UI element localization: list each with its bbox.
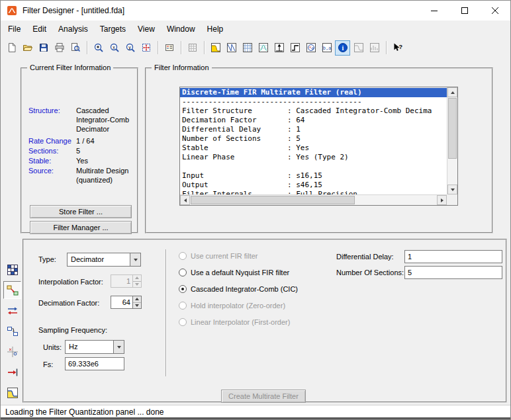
interpolation-factor-label: Interpolation Factor: bbox=[38, 278, 103, 286]
info-line: Stable : Yes bbox=[182, 144, 447, 153]
transform-filter-icon bbox=[6, 304, 19, 317]
chevron-down-icon bbox=[134, 259, 138, 261]
menu-edit[interactable]: Edit bbox=[26, 21, 52, 37]
menu-file[interactable]: File bbox=[2, 21, 26, 37]
scroll-down-button[interactable] bbox=[447, 185, 457, 194]
filter-information-content: Discrete-Time FIR Multirate Filter (real… bbox=[180, 87, 447, 194]
full-view-button[interactable] bbox=[138, 40, 154, 56]
set-quantization-parameters-button[interactable] bbox=[3, 261, 21, 278]
open-file-button[interactable] bbox=[20, 40, 35, 56]
pole-zero-plot-button[interactable] bbox=[303, 40, 318, 56]
magnitude-response-button[interactable] bbox=[208, 40, 223, 56]
scroll-left-button[interactable] bbox=[180, 195, 190, 205]
impulse-response-button[interactable] bbox=[271, 40, 287, 56]
create-multirate-filter-submit-button[interactable]: Create Multirate Filter bbox=[221, 390, 306, 403]
new-file-icon bbox=[7, 42, 17, 53]
decimation-factor-stepper[interactable]: 64 bbox=[111, 296, 142, 309]
save-button[interactable] bbox=[36, 40, 51, 56]
vertical-scroll-thumb[interactable] bbox=[448, 98, 457, 159]
differential-delay-input[interactable]: 1 bbox=[404, 250, 502, 263]
zoom-y-button[interactable]: y bbox=[122, 40, 138, 56]
menu-bar: File Edit Analysis Targets View Window H… bbox=[1, 21, 510, 38]
filter-information-button[interactable]: i bbox=[335, 40, 350, 56]
menu-view[interactable]: View bbox=[132, 21, 161, 37]
transform-filter-button[interactable] bbox=[3, 302, 21, 319]
units-dropdown-button[interactable] bbox=[113, 340, 124, 354]
zoom-x-button[interactable]: x bbox=[107, 40, 122, 56]
radio-use-current-fir[interactable]: Use current FIR filter bbox=[179, 251, 257, 261]
info-line: Number of Sections : 5 bbox=[182, 134, 447, 144]
menu-analysis[interactable]: Analysis bbox=[52, 21, 94, 37]
context-help-button[interactable]: ? bbox=[390, 40, 405, 56]
info-line: Output : s46,15 bbox=[182, 181, 447, 190]
realize-model-icon bbox=[6, 325, 19, 338]
vertical-scrollbar[interactable] bbox=[447, 87, 457, 194]
type-dropdown-button[interactable] bbox=[130, 253, 141, 267]
step-response-button[interactable] bbox=[287, 40, 302, 56]
decimation-factor-value[interactable]: 64 bbox=[111, 296, 132, 309]
interpolation-factor-value[interactable]: 1 bbox=[111, 274, 132, 288]
radio-default-nyquist-fir[interactable]: Use a default Nyquist FIR filter bbox=[179, 268, 289, 277]
maximize-button[interactable] bbox=[449, 1, 480, 21]
units-value[interactable]: Hz bbox=[65, 340, 113, 354]
filter-coefficients-button[interactable]: [b,a] bbox=[319, 40, 334, 56]
current-filter-info-title: Current Filter Information bbox=[27, 63, 113, 71]
horizontal-scrollbar[interactable] bbox=[180, 194, 447, 205]
status-bar: Loading the Filter Quantization panel ..… bbox=[1, 405, 510, 419]
phase-delay-button[interactable] bbox=[256, 40, 271, 56]
type-combobox[interactable]: Decimator bbox=[67, 253, 141, 267]
info-line-selected[interactable]: Discrete-Time FIR Multirate Filter (real… bbox=[180, 88, 447, 97]
print-preview-button[interactable] bbox=[68, 40, 83, 56]
design-filter-button[interactable] bbox=[3, 384, 21, 401]
phase-response-button[interactable] bbox=[224, 40, 239, 56]
toolbar-separator bbox=[181, 41, 181, 54]
radio-linear-interpolator[interactable]: Linear Interpolator (First-order) bbox=[179, 317, 290, 327]
type-value[interactable]: Decimator bbox=[67, 253, 130, 267]
close-icon bbox=[492, 7, 498, 14]
info-line: Differential Delay : 1 bbox=[182, 125, 447, 134]
radio-cascaded-integrator-comb[interactable]: Cascaded Integrator-Comb (CIC) bbox=[179, 284, 298, 294]
spin-down-button[interactable] bbox=[133, 282, 141, 288]
spin-down-button[interactable] bbox=[133, 303, 141, 309]
horizontal-scroll-thumb[interactable] bbox=[191, 196, 355, 204]
toggle-legend-button[interactable] bbox=[162, 40, 177, 56]
filter-information-textarea[interactable]: Discrete-Time FIR Multirate Filter (real… bbox=[179, 87, 458, 206]
group-delay-button[interactable] bbox=[240, 40, 255, 56]
units-combobox[interactable]: Hz bbox=[65, 340, 124, 354]
arrow-up-icon bbox=[451, 91, 455, 94]
round-off-noise-psd-button[interactable] bbox=[367, 40, 382, 56]
realize-model-button[interactable] bbox=[3, 322, 21, 340]
arrow-down-icon bbox=[135, 283, 139, 286]
info-line: Filter Internals : Full Precision bbox=[182, 190, 447, 194]
spin-up-button[interactable] bbox=[133, 275, 141, 282]
radio-hold-interpolator[interactable]: Hold interpolator (Zero-order) bbox=[179, 301, 285, 310]
minimize-icon bbox=[431, 7, 438, 14]
create-multirate-filter-button[interactable] bbox=[3, 281, 21, 299]
scroll-right-button[interactable] bbox=[437, 195, 447, 205]
filter-information-icon: i bbox=[338, 42, 348, 53]
filter-information-panel: Filter Information Discrete-Time FIR Mul… bbox=[145, 67, 493, 233]
scroll-up-button[interactable] bbox=[447, 87, 457, 97]
number-of-sections-input[interactable]: 5 bbox=[404, 266, 502, 279]
pole-zero-editor-button[interactable] bbox=[3, 343, 21, 360]
import-filter-button[interactable] bbox=[3, 363, 21, 381]
fs-input[interactable]: 69.333e6 bbox=[65, 357, 124, 370]
context-help-icon: ? bbox=[393, 42, 403, 53]
interpolation-factor-stepper[interactable]: 1 bbox=[111, 274, 142, 288]
minimize-button[interactable] bbox=[419, 1, 449, 21]
menu-help[interactable]: Help bbox=[201, 21, 230, 37]
info-line bbox=[182, 162, 447, 171]
spin-up-button[interactable] bbox=[133, 296, 141, 303]
toggle-grid-button[interactable] bbox=[185, 40, 200, 56]
sections-label: Sections: bbox=[28, 147, 58, 155]
menu-targets[interactable]: Targets bbox=[94, 21, 132, 37]
radio-label: Linear Interpolator (First-order) bbox=[191, 318, 290, 326]
print-button[interactable] bbox=[52, 40, 67, 56]
magnitude-response-estimate-button[interactable] bbox=[351, 40, 366, 56]
store-filter-button[interactable]: Store Filter ... bbox=[30, 205, 132, 218]
close-button[interactable] bbox=[480, 1, 510, 21]
filter-manager-button[interactable]: Filter Manager ... bbox=[30, 221, 132, 234]
new-file-button[interactable] bbox=[4, 40, 19, 56]
menu-window[interactable]: Window bbox=[161, 21, 201, 37]
zoom-in-button[interactable] bbox=[91, 40, 106, 56]
